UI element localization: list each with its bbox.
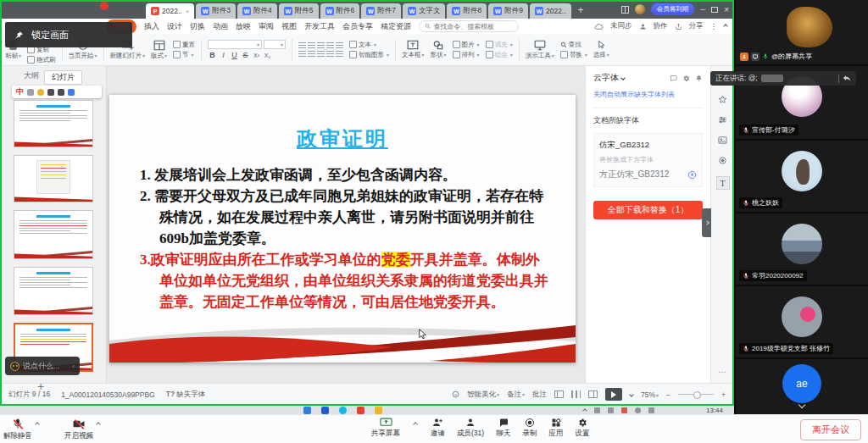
doc-tab[interactable]: W附件5 bbox=[279, 3, 319, 19]
smart-graphic-button[interactable]: 智能图形 bbox=[349, 51, 389, 59]
image-tool-icon[interactable] bbox=[718, 136, 727, 145]
play-options-icon[interactable] bbox=[629, 392, 634, 397]
collapse-ribbon-icon[interactable] bbox=[723, 24, 728, 29]
italic-button[interactable]: I bbox=[219, 51, 228, 59]
apps-button[interactable]: 应用 bbox=[548, 418, 563, 439]
workspace-grid-icon[interactable] bbox=[621, 6, 629, 14]
reply-arrow-icon[interactable] bbox=[843, 75, 851, 82]
shapes-button[interactable]: 形状 bbox=[431, 40, 447, 59]
normal-view-icon[interactable] bbox=[554, 390, 564, 398]
tray-icon[interactable] bbox=[608, 407, 614, 413]
leave-meeting-button[interactable]: 离开会议 bbox=[800, 419, 861, 440]
font-size-select[interactable] bbox=[264, 40, 286, 49]
slide-thumbnail-7[interactable]: 7 bbox=[14, 210, 93, 259]
menu-resources[interactable]: 稿定资源 bbox=[381, 21, 411, 32]
reset-button[interactable]: 重置 bbox=[173, 41, 195, 49]
chat-button[interactable]: 聊天 bbox=[496, 418, 510, 439]
taskbar-wps-icon[interactable] bbox=[357, 407, 364, 414]
share-screen-button[interactable]: 共享屏幕 bbox=[371, 418, 400, 439]
menu-devtools[interactable]: 开发工具 bbox=[304, 21, 335, 32]
panel-title-dropdown-icon[interactable] bbox=[620, 75, 626, 80]
align-center-icon[interactable] bbox=[308, 51, 315, 58]
more-menu-icon[interactable]: ⋮ bbox=[710, 22, 718, 30]
tab-slides[interactable]: 幻灯片 bbox=[44, 70, 82, 85]
replace-button[interactable]: 替换 bbox=[560, 51, 587, 59]
record-button[interactable]: 录制 bbox=[522, 418, 537, 439]
presentation-tools-button[interactable]: 演示工具 bbox=[526, 40, 554, 60]
video-tile-participant[interactable]: 常羽2020200092 bbox=[736, 213, 868, 285]
search-input[interactable] bbox=[433, 23, 513, 30]
ime-emoji-icon[interactable] bbox=[37, 89, 44, 96]
ime-keyboard-icon[interactable] bbox=[58, 89, 64, 96]
numbered-list-icon[interactable] bbox=[308, 42, 315, 49]
zoom-level[interactable]: 75% bbox=[641, 390, 659, 399]
unmute-button[interactable]: 解除静音 bbox=[3, 418, 32, 441]
group-button[interactable]: 组合 bbox=[486, 51, 513, 59]
lock-screen-tooltip[interactable]: 锁定画面 bbox=[5, 22, 132, 47]
ime-mic-icon[interactable] bbox=[47, 89, 54, 96]
textbox-button[interactable]: 文本框 bbox=[402, 40, 425, 59]
add-slide-button[interactable]: + bbox=[37, 379, 44, 393]
doc-tab[interactable]: W附件3 bbox=[196, 3, 236, 19]
indent-increase-icon[interactable] bbox=[326, 42, 334, 49]
comments-button[interactable]: 批注 bbox=[532, 390, 547, 400]
doc-tab[interactable]: W附件8 bbox=[447, 3, 487, 19]
gear-icon[interactable] bbox=[682, 75, 690, 82]
invite-button[interactable]: 邀请 bbox=[431, 418, 445, 439]
superscript-button[interactable]: X² bbox=[252, 53, 261, 58]
maximize-button[interactable] bbox=[711, 7, 718, 13]
members-button[interactable]: 成员(31) bbox=[457, 418, 484, 439]
strikethrough-button[interactable]: S bbox=[241, 51, 250, 59]
command-search[interactable] bbox=[419, 20, 519, 32]
slide-thumbnail-8[interactable]: 8 bbox=[14, 267, 93, 315]
collapse-chat-icon[interactable]: ‹ bbox=[72, 363, 75, 370]
font-name-select[interactable] bbox=[208, 40, 262, 49]
select-button[interactable]: 选择 bbox=[593, 40, 609, 59]
sync-status[interactable]: 未同步 bbox=[610, 21, 632, 31]
line-spacing-icon[interactable] bbox=[336, 42, 343, 49]
close-auto-show-link[interactable]: 关闭自动展示缺失字体列表 bbox=[593, 90, 703, 99]
taskbar-folder-icon[interactable] bbox=[375, 407, 382, 414]
slide-thumbnail-5[interactable]: 5 bbox=[14, 100, 93, 147]
bell-icon[interactable] bbox=[695, 75, 703, 82]
font-tool-active-icon[interactable]: T bbox=[716, 176, 730, 190]
indent-decrease-icon[interactable] bbox=[317, 42, 325, 49]
ime-toolbar[interactable]: 中 bbox=[12, 86, 102, 98]
slide-sorter-view-icon[interactable] bbox=[571, 390, 581, 398]
properties-sliders-icon[interactable] bbox=[718, 115, 727, 125]
doc-tab-active[interactable]: P 2022.. × bbox=[146, 3, 194, 19]
tab-outline[interactable]: 大纲 bbox=[24, 70, 39, 85]
reading-view-icon[interactable] bbox=[588, 390, 598, 398]
menu-view[interactable]: 视图 bbox=[281, 21, 297, 32]
menu-slideshow[interactable]: 放映 bbox=[236, 21, 251, 32]
slide-canvas[interactable]: 政审证明 1. 发展培训会上发政审函调，至少包含函调内容。 2. 需要开父母双方… bbox=[107, 66, 585, 383]
section-button[interactable]: 节 bbox=[173, 51, 195, 59]
fill-button[interactable]: 填充 bbox=[486, 41, 513, 49]
align-left-icon[interactable] bbox=[298, 51, 306, 58]
emoji-icon[interactable] bbox=[10, 362, 19, 371]
tray-icon[interactable] bbox=[648, 407, 654, 413]
tray-icon[interactable] bbox=[594, 407, 600, 413]
collaborate-button[interactable]: 协作 bbox=[654, 21, 668, 31]
menu-animation[interactable]: 动画 bbox=[213, 21, 228, 32]
download-icon[interactable] bbox=[687, 170, 697, 180]
taskbar-meeting-icon[interactable] bbox=[339, 407, 347, 414]
subscript-button[interactable]: X₂ bbox=[263, 53, 272, 58]
zoom-out-button[interactable]: − bbox=[666, 390, 670, 399]
doc-tab[interactable]: W文字文 bbox=[403, 3, 446, 19]
smart-beautify-button[interactable]: 智能美化 bbox=[467, 390, 499, 400]
video-tile-participant[interactable]: 桃之妖妖 bbox=[736, 141, 868, 212]
zoom-slider[interactable] bbox=[678, 394, 714, 395]
menu-transition[interactable]: 切换 bbox=[190, 21, 205, 32]
layout-button[interactable]: 版式 bbox=[151, 40, 167, 60]
mic-options-icon[interactable] bbox=[35, 422, 40, 427]
tray-icon[interactable] bbox=[621, 407, 627, 413]
download-all-replace-button[interactable]: 全部下载和替换（1） bbox=[593, 201, 703, 219]
close-window-button[interactable]: × bbox=[724, 5, 729, 14]
doc-tab[interactable]: W附件9 bbox=[488, 3, 528, 19]
video-tile-sharer[interactable]: @的屏幕共享 bbox=[736, 0, 868, 64]
ime-language-icon[interactable]: 中 bbox=[16, 86, 24, 97]
more-tools-icon[interactable]: ⋯ bbox=[719, 368, 727, 376]
menu-insert[interactable]: 插入 bbox=[144, 21, 159, 32]
target-tool-icon[interactable] bbox=[718, 156, 727, 165]
